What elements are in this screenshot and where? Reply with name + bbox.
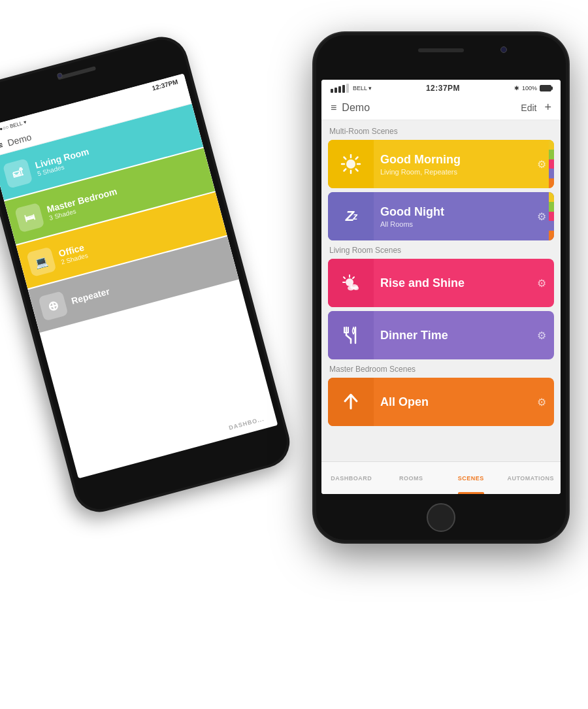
edit-button[interactable]: Edit — [521, 103, 536, 113]
svg-line-11 — [344, 277, 345, 278]
good-morning-name: Good Morning — [380, 153, 531, 167]
all-open-card[interactable]: All Open ⚙ — [328, 378, 554, 426]
rise-shine-gear[interactable]: ⚙ — [537, 277, 554, 289]
back-wifi-icon: ▾ — [23, 120, 27, 126]
svg-line-13 — [353, 277, 354, 278]
multi-room-section-label: Multi-Room Scenes — [328, 127, 554, 136]
svg-line-8 — [344, 169, 346, 171]
good-night-sub: All Rooms — [380, 220, 531, 228]
front-header-right: Edit + — [521, 101, 551, 114]
back-carrier: BELL — [9, 120, 23, 129]
all-open-icon — [328, 378, 374, 426]
good-night-card[interactable]: Zz Good Night All Rooms ⚙ — [328, 192, 554, 240]
home-button[interactable] — [427, 503, 455, 532]
app-container: ●●●○○ BELL ▾ 12:37PM ≡ Demo 🛋 — [0, 0, 588, 709]
front-phone: BELL ▾ 12:37PM ✱ 100% — [314, 33, 568, 542]
svg-point-0 — [346, 159, 355, 169]
add-button[interactable]: + — [544, 101, 551, 114]
front-status-right: ✱ 100% — [514, 85, 551, 91]
bluetooth-icon: ✱ — [514, 85, 519, 91]
back-phone: ●●●○○ BELL ▾ 12:37PM ≡ Demo 🛋 — [0, 31, 295, 518]
living-room-section-label: Living Room Scenes — [328, 246, 554, 255]
front-app-title: Demo — [342, 102, 370, 114]
rise-and-shine-card[interactable]: Rise and Shine ⚙ — [328, 259, 554, 307]
tab-automations[interactable]: AUTOMATIONS — [501, 462, 561, 494]
signal-dots — [331, 84, 349, 93]
speaker — [57, 66, 97, 80]
repeater-name: Repeater — [70, 286, 110, 306]
tab-scenes[interactable]: SCENES — [441, 462, 501, 494]
all-open-name: All Open — [380, 395, 531, 409]
front-camera — [500, 46, 507, 53]
svg-line-6 — [356, 169, 358, 171]
good-morning-card[interactable]: Good Morning Living Room, Repeaters ⚙ — [328, 140, 554, 188]
svg-point-16 — [353, 286, 359, 290]
svg-line-18 — [346, 335, 351, 339]
battery-percent: 100% — [522, 85, 537, 91]
back-menu-icon[interactable]: ≡ — [0, 139, 4, 151]
back-phone-screen: ●●●○○ BELL ▾ 12:37PM ≡ Demo 🛋 — [0, 74, 278, 479]
back-tab-dashboard[interactable]: DASHBO... — [228, 416, 265, 431]
master-bedroom-section-label: Master Bedroom Scenes — [328, 365, 554, 374]
front-app-header: ≡ Demo Edit + — [321, 95, 561, 120]
front-wifi-icon: ▾ — [368, 85, 372, 91]
battery-icon — [540, 85, 551, 91]
rooms-tab-label: ROOMS — [399, 475, 423, 482]
good-morning-sub: Living Room, Repeaters — [380, 168, 531, 176]
dashboard-tab-label: DASHBOARD — [331, 475, 372, 482]
tab-dashboard[interactable]: DASHBOARD — [321, 462, 382, 494]
repeater-icon: ⊕ — [38, 291, 69, 322]
back-signal: ●●●○○ — [0, 124, 10, 134]
front-header-left: ≡ Demo — [331, 102, 370, 114]
tab-active-indicator — [458, 492, 484, 494]
svg-line-5 — [344, 157, 346, 159]
master-bedroom-icon: 🛏 — [14, 203, 45, 233]
front-speaker — [418, 48, 464, 52]
tab-rooms[interactable]: ROOMS — [382, 462, 442, 494]
front-menu-icon[interactable]: ≡ — [331, 102, 336, 114]
good-night-icon: Zz — [328, 192, 374, 240]
svg-line-7 — [356, 157, 358, 159]
automations-tab-label: AUTOMATIONS — [507, 475, 554, 482]
front-screen-content: BELL ▾ 12:37PM ✱ 100% — [321, 80, 561, 494]
all-open-gear[interactable]: ⚙ — [537, 396, 554, 408]
front-time: 12:37PM — [426, 84, 460, 93]
front-scrollable: Multi-Room Scenes — [321, 120, 561, 494]
front-carrier: BELL — [353, 85, 367, 91]
good-morning-icon — [328, 140, 374, 188]
front-tab-bar: DASHBOARD ROOMS SCENES AUTOMATIONS — [321, 461, 561, 494]
svg-point-15 — [348, 286, 354, 291]
dinner-time-icon — [328, 311, 374, 359]
rise-shine-name: Rise and Shine — [380, 276, 531, 290]
good-night-name: Good Night — [380, 205, 531, 219]
dinner-time-gear[interactable]: ⚙ — [537, 329, 554, 342]
dinner-time-card[interactable]: Dinner Time ⚙ — [328, 311, 554, 359]
front-phone-screen: BELL ▾ 12:37PM ✱ 100% — [321, 80, 561, 494]
back-bottom-bar: DASHBO... — [74, 408, 276, 473]
rise-and-shine-icon — [328, 259, 374, 307]
office-icon: 💻 — [26, 246, 57, 277]
front-status-left: BELL ▾ — [331, 84, 372, 93]
dinner-time-name: Dinner Time — [380, 329, 531, 342]
scenes-tab-label: SCENES — [458, 475, 484, 482]
living-room-icon: 🛋 — [3, 158, 33, 189]
front-status-bar: BELL ▾ 12:37PM ✱ 100% — [321, 80, 561, 95]
back-title: Demo — [7, 131, 33, 148]
